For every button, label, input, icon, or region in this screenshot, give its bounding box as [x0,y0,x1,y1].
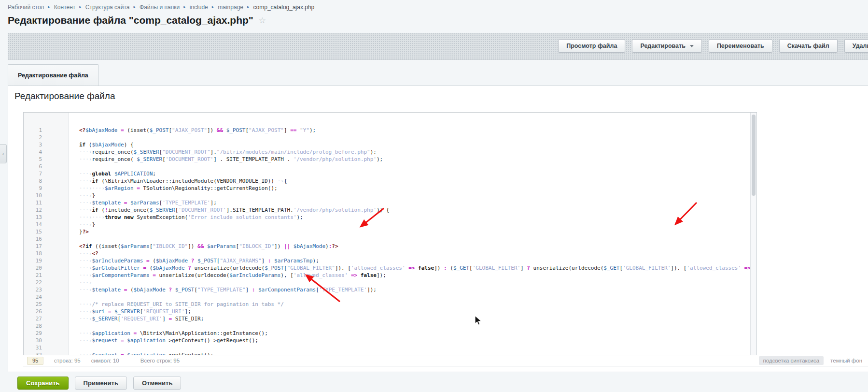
tab-label: Редактирование файла [18,72,88,79]
code-line: 23···›$template = ($bAjaxMode ? $_POST["… [24,286,756,293]
save-button[interactable]: Сохранить [17,377,69,390]
code-lines[interactable]: 1<?$bAjaxMode = (isset($_POST["AJAX_POST… [24,113,756,355]
line-number: 10 [24,192,68,199]
button-label: Просмотр файла [566,43,617,49]
code-text: }?> [68,228,89,235]
rename-button[interactable]: Переименовать [709,39,772,53]
code-text [68,134,79,141]
code-text [68,235,79,243]
line-number: 17 [24,243,68,250]
section-heading: Редактирование файла [14,91,115,102]
button-label: Переименовать [717,43,764,49]
line-number: 31 [24,344,68,351]
code-text: ···›$application = \Bitrix\Main\Applicat… [68,330,268,337]
code-line: 8···›if (\Bitrix\Main\Loader::includeMod… [24,177,756,185]
code-line: 22···› [24,279,756,286]
code-text [68,322,79,330]
code-line: 14···›} [24,221,756,228]
code-text: ···›···›throw new SystemException('Error… [68,214,303,221]
code-text: ···›<? [68,250,98,257]
code-line: 21···›$arComponentParams = unserialize(u… [24,272,756,279]
line-number: 5 [24,156,68,163]
cancel-button[interactable]: Отменить [133,377,182,390]
code-line: 20···›$arGlobalFilter = ($bAjaxMode ? un… [24,264,756,272]
code-line: 18···›<? [24,250,756,257]
code-text: ···›···›$arRegion = TSolution\Regionalit… [68,185,278,192]
line-number: 2 [24,134,68,141]
line-number: 16 [24,235,68,243]
code-editor[interactable]: 1<?$bAjaxMode = (isset($_POST["AJAX_POST… [23,112,757,355]
breadcrumb-separator-icon: ▸ [183,4,186,9]
edit-button[interactable]: Редактировать [632,39,701,53]
code-line: 7···›global $APPLICATION; [24,170,756,177]
breadcrumb-item[interactable]: include [190,4,208,11]
code-line: 3if ($bAjaxMode) { [24,141,756,148]
breadcrumb-item[interactable]: Файлы и папки [140,4,180,11]
breadcrumb-separator-icon: ▸ [48,4,50,9]
code-line: 10···›} [24,192,756,199]
line-number: 27 [24,315,68,322]
editor-scrollbar[interactable] [750,113,756,355]
line-number: 30 [24,337,68,344]
download-file-button[interactable]: Скачать файл [779,39,838,53]
code-line: 5···›require_once( $_SERVER['DOCUMENT_RO… [24,156,756,163]
line-number: 25 [24,301,68,308]
code-line: 26···›$uri = $_SERVER['REQUEST_URI']; [24,308,756,315]
view-file-button[interactable]: Просмотр файла [558,39,625,53]
sidebar-toggle[interactable]: ‹ [0,144,7,163]
breadcrumb-separator-icon: ▸ [79,4,82,9]
code-line: 13···›···›throw new SystemException('Err… [24,214,756,221]
code-text: ···›$template = $arParams['TYPE_TEMPLATE… [68,199,217,206]
code-text: ···› [68,279,92,286]
code-text: ···›$context = $application->getContext(… [68,351,213,355]
line-number: 28 [24,322,68,330]
code-text [68,163,79,170]
code-text: ···›$_SERVER['REQUEST_URI'] = SITE_DIR; [68,315,204,322]
code-text: ···›require_once( $_SERVER['DOCUMENT_ROO… [68,156,383,163]
syntax-highlight-toggle[interactable]: подсветка синтаксиса [759,356,824,365]
breadcrumb-item[interactable]: Рабочий стол [8,4,44,11]
code-line: 19···›$arIncludeParams = ($bAjaxMode ? $… [24,257,756,264]
code-line: 16 [24,235,756,243]
code-text [68,293,79,301]
breadcrumb-separator-icon: ▸ [134,4,136,9]
line-number: 15 [24,228,68,235]
line-number: 22 [24,279,68,286]
code-text: if ($bAjaxMode) { [68,141,134,148]
button-label: Редактировать [640,43,685,49]
line-number: 21 [24,272,68,279]
breadcrumb-separator-icon: ▸ [212,4,214,9]
code-text [68,344,79,351]
collapse-arrow-icon: ‹ [2,151,4,157]
breadcrumb-item[interactable]: mainpage [218,4,243,11]
code-line: 11···›$template = $arParams['TYPE_TEMPLA… [24,199,756,206]
code-text: ···›$template = ($bAjaxMode ? $_POST["TY… [68,286,377,293]
line-number: 6 [24,163,68,170]
code-line: 17<?if ((isset($arParams["IBLOCK_ID"]) &… [24,243,756,250]
breadcrumb-separator-icon: ▸ [247,4,250,9]
favorite-star-icon[interactable]: ☆ [259,15,266,26]
line-number: 13 [24,214,68,221]
code-line: 15}?> [24,228,756,235]
line-number: 19 [24,257,68,264]
code-text: ···›$request = $application->getContext(… [68,337,258,344]
code-text: ···›/* replace REQUEST_URI to SITE_DIR f… [68,301,284,308]
apply-button[interactable]: Применить [75,377,127,390]
code-text: ···›$arComponentParams = unserialize(url… [68,272,386,279]
dark-theme-toggle[interactable]: темный фон [830,358,862,363]
code-line: 12···›if (!include_once($_SERVER['DOCUME… [24,206,756,214]
delete-button[interactable]: Удалить [844,39,868,53]
code-line: 31 [24,344,756,351]
breadcrumb-item[interactable]: Структура сайта [85,4,130,11]
line-number: 20 [24,264,68,272]
editor-scrollbar-thumb[interactable] [752,115,756,196]
code-text: ···›} [68,221,95,228]
line-number: 23 [24,286,68,293]
status-right: подсветка синтаксиса темный фон [759,356,862,365]
button-label: Скачать файл [787,43,829,49]
code-line: 30···›$request = $application->getContex… [24,337,756,344]
tab-file-editing[interactable]: Редактирование файла [8,64,98,86]
breadcrumb-item: comp_catalog_ajax.php [253,4,315,11]
code-line: 6 [24,163,756,170]
breadcrumb-item[interactable]: Контент [54,4,75,11]
